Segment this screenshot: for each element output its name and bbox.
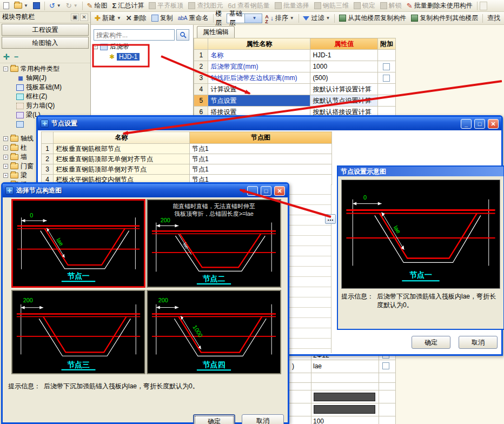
preview-panel-title: 节点设置示意图 (338, 167, 503, 176)
maximize-icon[interactable]: □ (261, 186, 271, 196)
close-icon[interactable]: ✕ (274, 186, 285, 196)
tip-text: 后浇带下沉加强筋锚入筏板内lae，弯折长度默认为0。 (44, 382, 199, 391)
table-row[interactable]: 4 计算设置 按默认计算设置计算 (194, 84, 396, 95)
lock-icon (354, 2, 361, 9)
tree-node-hjd-group[interactable]: − 后浇带 (93, 42, 129, 51)
new-component-button[interactable]: ✚新建▼ (92, 13, 123, 24)
col-header-name[interactable]: 属性名称 (208, 38, 310, 50)
copy-to-other-floor-button[interactable]: 复制构件到其他楼层 (409, 13, 480, 24)
project-settings-button[interactable]: 工程设置 (2, 24, 89, 36)
ok-button[interactable]: 确定 (412, 336, 450, 349)
close-icon[interactable]: ✕ (488, 119, 499, 129)
rebar-color-bar[interactable] (314, 393, 375, 401)
toolbar-partial-button[interactable] (480, 2, 487, 10)
tip-label: 提示信息： (341, 292, 374, 309)
copy-to-floor-icon (411, 15, 418, 22)
tab-property-edit[interactable]: 属性编辑 (197, 26, 235, 38)
tree-item-raft-foundation[interactable]: 筏板基础(M) (0, 83, 90, 92)
properties-table: 属性名称 属性值 附加 1 名称 HJD-1 2 后浇带宽度(mm) 1000 … (194, 38, 396, 118)
extra-checkbox[interactable] (383, 75, 390, 82)
rebar-3d-button[interactable]: 钢筋三维 (312, 1, 351, 11)
save-button[interactable] (31, 1, 42, 11)
align-slab-top-button[interactable]: 平齐板顶 (147, 1, 185, 11)
node-card-2[interactable]: 能直锚时直锚，无法直锚时伸至 筏板顶弯折，总锚固长度>=lae 200 lae … (147, 199, 281, 288)
find-button[interactable]: 查找 (485, 13, 502, 24)
cancel-button[interactable]: 取消 (459, 336, 498, 349)
summary-calc-button[interactable]: Σ汇总计算 (110, 1, 146, 11)
toolbar-separator (334, 14, 335, 23)
extra-checkbox[interactable] (382, 362, 389, 369)
node-settings-table: 名称 节点图 1 栏板垂直钢筋根部节点 节点1 2 栏板垂直钢筋顶部无单侧对齐节… (41, 131, 332, 185)
table-row[interactable]: 1 栏板垂直钢筋根部节点 节点1 (42, 144, 332, 154)
tree-item-axis-grid[interactable]: ▦轴网(J) (0, 74, 90, 83)
table-row[interactable]: 2 栏板垂直钢筋顶部无单侧对齐节点 节点1 (42, 154, 332, 164)
batch-select-button[interactable]: 批量选择 (273, 1, 311, 11)
delete-component-button[interactable]: ✕删除 (124, 13, 149, 24)
browse-node-button[interactable]: … (325, 214, 336, 224)
draw-input-button[interactable]: 绘图输入 (2, 37, 89, 49)
table-row[interactable]: 1 名称 HJD-1 (194, 50, 396, 61)
tree-node-root[interactable]: − 常用构件类型 (0, 64, 90, 74)
node-caption: 节点一 (409, 270, 432, 279)
new-file-button[interactable] (1, 1, 11, 11)
dialog-titlebar[interactable]: ✛ 节点设置 _ □ ✕ (38, 117, 501, 130)
tree-item-frame-column[interactable]: 框柱(Z) (0, 92, 90, 101)
node-card-1[interactable]: 0 lae 节点一 (11, 199, 145, 288)
rename-button[interactable]: abA重命名 (176, 13, 211, 24)
chevron-down-icon: ▼ (57, 3, 61, 8)
sort-button[interactable]: AZ↓排序▼ (263, 13, 296, 24)
folder-icon (10, 163, 18, 169)
folder-icon (10, 136, 18, 142)
undo-button[interactable]: ↺▼ (47, 1, 63, 11)
slab-icon (16, 121, 24, 128)
open-file-button[interactable]: ▼ (12, 1, 30, 11)
table-row-selected-node-settings[interactable]: 5 节点设置 按默认节点设置计算 (194, 95, 396, 107)
close-icon[interactable]: ✕ (80, 14, 88, 21)
col-header-node[interactable]: 节点图 (190, 132, 332, 144)
search-button[interactable] (176, 29, 189, 41)
dim-label: 0 (30, 212, 33, 218)
lock-button[interactable]: 锁定 (352, 1, 377, 11)
copy-from-other-floor-button[interactable]: 从其他楼层复制构件 (337, 13, 408, 24)
chevron-down-icon: ▼ (244, 14, 262, 23)
expand-all-icon[interactable]: ✛ (3, 52, 10, 61)
table-row[interactable]: 3 轴线距后浇带左边线距离(mm) (500) (194, 72, 396, 84)
dialog-titlebar[interactable]: ✛ 选择节点构造图 _ □ ✕ (3, 184, 288, 197)
col-header-value[interactable]: 属性值 (310, 38, 378, 50)
pin-icon[interactable]: ▣ (71, 14, 79, 21)
extra-checkbox[interactable] (383, 63, 390, 70)
node-card-3[interactable]: 200 节点三 (11, 290, 145, 374)
col-header-name[interactable]: 名称 (54, 132, 190, 144)
collapse-expander-icon[interactable]: − (3, 67, 8, 71)
search-input[interactable] (94, 29, 175, 41)
node-caption: 节点一 (68, 272, 90, 280)
batch-delete-unused-button[interactable]: ✎批量删除未使用构件 (404, 1, 475, 11)
draw-button[interactable]: ✎绘图 (85, 1, 110, 11)
fragment-value[interactable]: lae (313, 362, 322, 370)
rebar-color-bar[interactable] (314, 405, 375, 414)
tree-item-shear-wall[interactable]: 剪力墙(Q) (0, 101, 90, 110)
fragment-name-part: ) (292, 362, 294, 370)
ok-button[interactable]: 确定 (193, 414, 235, 424)
floor-select[interactable]: 基础层 ▼ (227, 14, 262, 23)
copy-component-button[interactable]: 复制 (149, 13, 175, 24)
table-row[interactable]: 2 后浇带宽度(mm) 1000 (194, 61, 396, 72)
tip-text: 后浇带下沉加强筋锚入筏板内lae，弯折长度默认为0。 (377, 292, 501, 309)
table-row[interactable]: 3 栏板垂直钢筋顶部单侧对齐节点 节点1 (42, 164, 332, 175)
maximize-icon[interactable]: □ (474, 119, 485, 129)
unlock-button[interactable]: 解锁 (378, 1, 404, 11)
select-node-construct-dialog: ✛ 选择节点构造图 _ □ ✕ 0 lae 节点一 能直锚时直锚，无法直锚时伸至 (1, 182, 289, 424)
minimize-icon[interactable]: _ (461, 119, 472, 129)
node-card-4[interactable]: 200 1000 节点四 (147, 290, 281, 374)
collapse-expander-icon[interactable]: − (93, 44, 98, 49)
filter-button[interactable]: 过滤▼ (301, 13, 332, 24)
cancel-button[interactable]: 取消 (242, 414, 284, 424)
col-header-extra[interactable]: 附加 (377, 38, 395, 50)
fragment-value[interactable]: 100 (313, 418, 324, 424)
collapse-all-icon[interactable]: − (14, 52, 18, 61)
tree-item-hjd-1[interactable]: ✱ HJD-1 (109, 53, 140, 61)
redo-button[interactable]: ↻▼ (64, 1, 80, 11)
new-plus-icon: ✚ (95, 15, 101, 22)
minimize-icon[interactable]: _ (247, 186, 258, 196)
beam-icon (16, 112, 24, 118)
